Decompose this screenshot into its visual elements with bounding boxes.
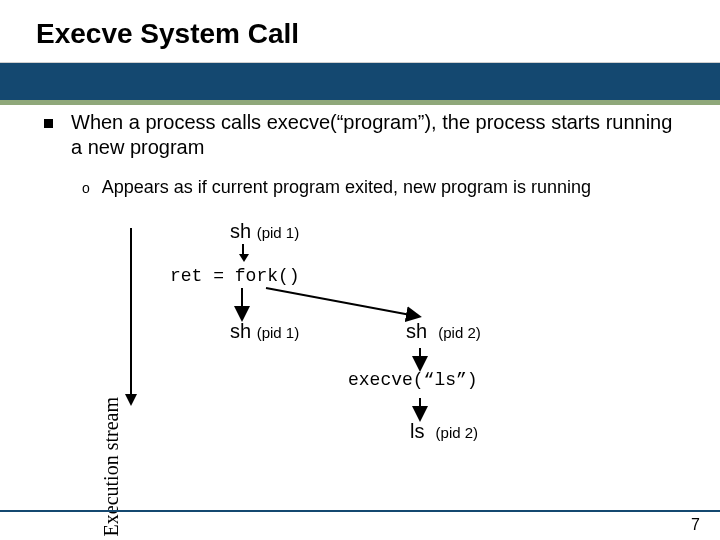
footer-rule: [0, 510, 720, 512]
slide-title: Execve System Call: [36, 18, 299, 50]
square-bullet-icon: [44, 119, 53, 128]
bullet-text: When a process calls execve(“program”), …: [71, 110, 684, 160]
o-bullet-icon: o: [82, 176, 90, 200]
bullet-item: When a process calls execve(“program”), …: [44, 110, 684, 160]
node-sh-left: sh (pid 1): [230, 320, 299, 343]
fork-split-arrows: [100, 220, 620, 460]
page-number: 7: [691, 516, 700, 534]
sub-bullet-text: Appears as if current program exited, ne…: [102, 176, 591, 200]
node-ls: ls (pid 2): [410, 420, 478, 443]
sub-bullet-item: o Appears as if current program exited, …: [82, 176, 684, 200]
title-banner: [0, 62, 720, 105]
node-sh-right: sh (pid 2): [406, 320, 481, 343]
banner-accent: [0, 100, 720, 105]
svg-line-1: [266, 288, 416, 316]
body-content: When a process calls execve(“program”), …: [44, 110, 684, 200]
node-execve: execve(“ls”): [348, 370, 478, 390]
execution-diagram: Execution stream sh (pid 1) ret = fork()…: [100, 220, 620, 460]
